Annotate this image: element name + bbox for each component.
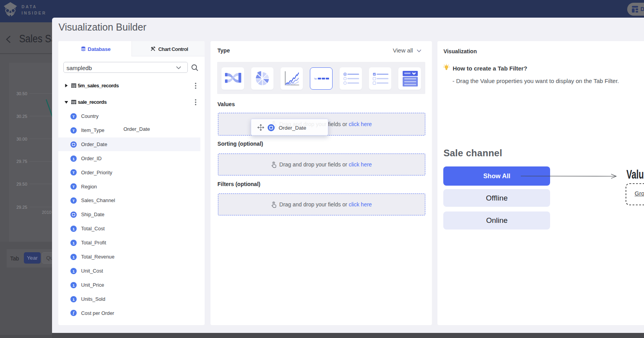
svg-text:1: 1 (72, 227, 75, 231)
svg-text:1: 1 (72, 156, 75, 161)
svg-text:1: 1 (72, 255, 75, 259)
svg-text:Tab: Tab (314, 78, 317, 80)
svg-text:T: T (72, 114, 75, 118)
svg-text:T: T (72, 170, 75, 175)
svg-text:1: 1 (72, 240, 75, 245)
svg-text:T: T (72, 128, 75, 132)
svg-text:1: 1 (72, 269, 75, 273)
svg-text:1: 1 (72, 297, 75, 301)
svg-text:1: 1 (72, 283, 75, 287)
svg-text:T: T (72, 184, 75, 189)
svg-text:T: T (72, 199, 75, 203)
